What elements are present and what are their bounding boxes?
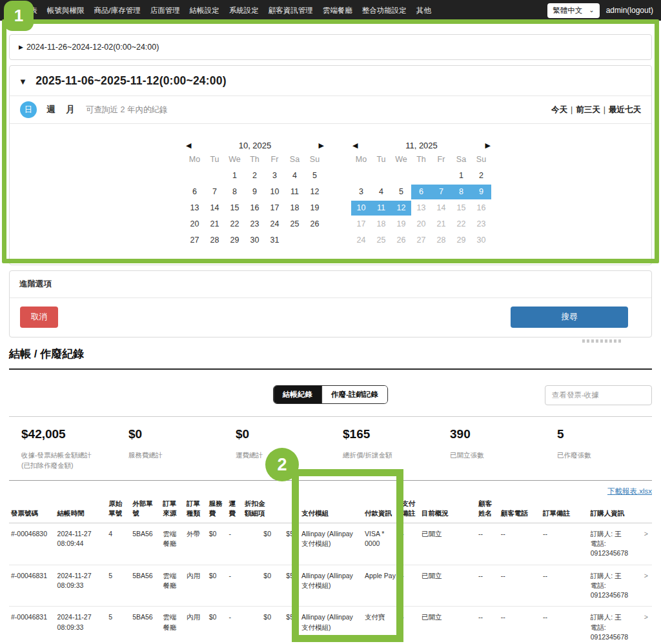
mode-day-button[interactable]: 日 xyxy=(20,101,37,118)
calendar-day[interactable]: 10 xyxy=(265,185,285,199)
calendar-day[interactable]: 10 xyxy=(351,201,371,216)
nav-item[interactable]: 整合功能設定 xyxy=(362,6,407,15)
calendar-next-icon[interactable]: ▶ xyxy=(485,141,491,150)
advanced-options-title[interactable]: 進階選項 xyxy=(10,271,651,298)
calendar-day[interactable]: 27 xyxy=(411,233,431,248)
calendar-day[interactable]: 20 xyxy=(185,217,205,232)
calendar-day[interactable]: 2 xyxy=(471,168,491,183)
calendar-day[interactable]: 22 xyxy=(451,217,471,232)
calendar-day[interactable]: 16 xyxy=(471,201,491,216)
nav-item[interactable]: 其他 xyxy=(416,6,431,15)
nav-item[interactable]: 店面管理 xyxy=(150,6,180,15)
calendar-day[interactable]: 13 xyxy=(185,201,205,216)
calendar-day[interactable]: 2 xyxy=(245,168,265,183)
user-logout-link[interactable]: admin(logout) xyxy=(606,6,653,15)
calendar-day[interactable]: 3 xyxy=(351,185,371,199)
calendar-next-icon[interactable]: ▶ xyxy=(319,141,324,150)
calendar-prev-icon[interactable]: ◀ xyxy=(352,141,358,150)
calendar-day[interactable]: 4 xyxy=(285,168,305,183)
calendar-day[interactable]: 27 xyxy=(185,233,205,248)
records-toggle-segment[interactable]: 結帳紀錄 xyxy=(274,386,321,403)
calendar-day[interactable]: 29 xyxy=(451,233,471,248)
calendar-day[interactable]: 24 xyxy=(351,233,371,248)
calendar-day[interactable]: 26 xyxy=(305,217,325,232)
calendar-day[interactable]: 26 xyxy=(391,233,411,248)
calendar-day[interactable]: 24 xyxy=(265,217,285,232)
quick-link[interactable]: 最近七天 xyxy=(609,105,641,114)
column-header: 外部單號 xyxy=(130,498,161,523)
calendar-day[interactable]: 23 xyxy=(471,217,491,232)
date-range-collapsed[interactable]: ▶ 2024-11-26~2024-12-02(0:00~24:00) xyxy=(9,34,652,60)
calendar-day[interactable]: 16 xyxy=(245,201,265,216)
calendar-day[interactable]: 28 xyxy=(431,233,451,248)
row-chevron-icon[interactable]: > xyxy=(640,565,652,607)
calendar-day[interactable]: 15 xyxy=(451,201,471,216)
table-row[interactable]: #-000468302024-11-2708:09:4445BA56雲端餐廳外帶… xyxy=(9,523,652,565)
date-range-header[interactable]: ▼ 2025-11-06~2025-11-12(0:00~24:00) xyxy=(10,66,651,96)
calendar-day[interactable]: 18 xyxy=(285,201,305,216)
calendar-day[interactable]: 8 xyxy=(451,185,471,199)
calendar-day[interactable]: 29 xyxy=(225,233,245,248)
calendar-day[interactable]: 7 xyxy=(431,185,451,199)
calendar-day[interactable]: 22 xyxy=(225,217,245,232)
row-chevron-icon[interactable]: > xyxy=(640,523,652,565)
calendar-day[interactable]: 17 xyxy=(351,217,371,232)
quick-link[interactable]: 今天 xyxy=(551,105,567,114)
table-row[interactable]: #-000468312024-11-2708:09:3355BA56雲端餐廳內用… xyxy=(9,607,652,644)
calendar-day[interactable]: 11 xyxy=(285,185,305,199)
nav-item[interactable]: 系統設定 xyxy=(229,6,259,15)
calendar-day[interactable]: 23 xyxy=(245,217,265,232)
calendar-day[interactable]: 11 xyxy=(371,201,391,216)
calendar-day[interactable]: 9 xyxy=(471,185,491,199)
calendar-day[interactable]: 6 xyxy=(411,185,431,199)
calendar-day[interactable]: 31 xyxy=(265,233,285,248)
calendar-day[interactable]: 21 xyxy=(205,217,225,232)
calendar-day[interactable]: 28 xyxy=(205,233,225,248)
calendar-day[interactable]: 19 xyxy=(391,217,411,232)
quick-link[interactable]: 前三天 xyxy=(576,105,600,114)
calendar-day[interactable]: 4 xyxy=(371,185,391,199)
nav-item[interactable]: 雲端餐廳 xyxy=(323,6,352,15)
calendar-day[interactable]: 19 xyxy=(305,201,325,216)
cancel-button[interactable]: 取消 xyxy=(20,307,58,328)
nav-item[interactable]: 營業報表 xyxy=(8,6,37,15)
calendar-day[interactable]: 6 xyxy=(185,185,205,199)
calendar-day[interactable]: 25 xyxy=(285,217,305,232)
calendar-day[interactable]: 1 xyxy=(225,168,245,183)
table-row[interactable]: #-000468312024-11-2708:09:3355BA56雲端餐廳內用… xyxy=(9,565,652,607)
calendar-day[interactable]: 9 xyxy=(245,185,265,199)
records-toggle-segment[interactable]: 作廢-註銷記錄 xyxy=(321,386,387,403)
calendar-day[interactable]: 18 xyxy=(371,217,391,232)
row-chevron-icon[interactable]: > xyxy=(640,607,652,644)
nav-item[interactable]: 商品/庫存管理 xyxy=(94,6,141,15)
calendar-day[interactable]: 12 xyxy=(391,201,411,216)
calendar-day[interactable]: 5 xyxy=(391,185,411,199)
mode-month-button[interactable]: 月 xyxy=(66,104,76,116)
calendar-day[interactable]: 8 xyxy=(225,185,245,199)
mode-week-button[interactable]: 週 xyxy=(46,104,56,116)
view-receipts-button[interactable]: 查看發票-收據 xyxy=(545,385,652,405)
nav-item[interactable]: 顧客資訊管理 xyxy=(269,6,313,15)
calendar-day[interactable]: 5 xyxy=(305,168,325,183)
search-button[interactable]: 搜尋 xyxy=(511,307,628,328)
calendar-day[interactable]: 20 xyxy=(411,217,431,232)
calendar-day[interactable]: 1 xyxy=(451,168,471,183)
calendar-day[interactable]: 13 xyxy=(411,201,431,216)
calendar-day[interactable]: 12 xyxy=(305,185,325,199)
calendar-day[interactable]: 14 xyxy=(205,201,225,216)
calendar-day[interactable]: 25 xyxy=(371,233,391,248)
calendar-day[interactable]: 3 xyxy=(265,168,285,183)
calendar-day[interactable]: 15 xyxy=(225,201,245,216)
calendar-day[interactable]: 30 xyxy=(471,233,491,248)
language-select[interactable]: 繁體中文 ⌄ xyxy=(547,3,599,18)
download-report-link[interactable]: 下載報表.xlsx xyxy=(607,487,652,495)
calendar-day[interactable]: 14 xyxy=(431,201,451,216)
nav-item[interactable]: 帳號與權限 xyxy=(47,6,85,15)
calendar-day[interactable]: 30 xyxy=(245,233,265,248)
nav-item[interactable]: 結帳設定 xyxy=(190,6,219,15)
calendar-day[interactable]: 17 xyxy=(265,201,285,216)
quick-link-separator: | xyxy=(604,105,605,114)
calendar-day[interactable]: 21 xyxy=(431,217,451,232)
calendar-day[interactable]: 7 xyxy=(205,185,225,199)
calendar-prev-icon[interactable]: ◀ xyxy=(186,141,191,150)
